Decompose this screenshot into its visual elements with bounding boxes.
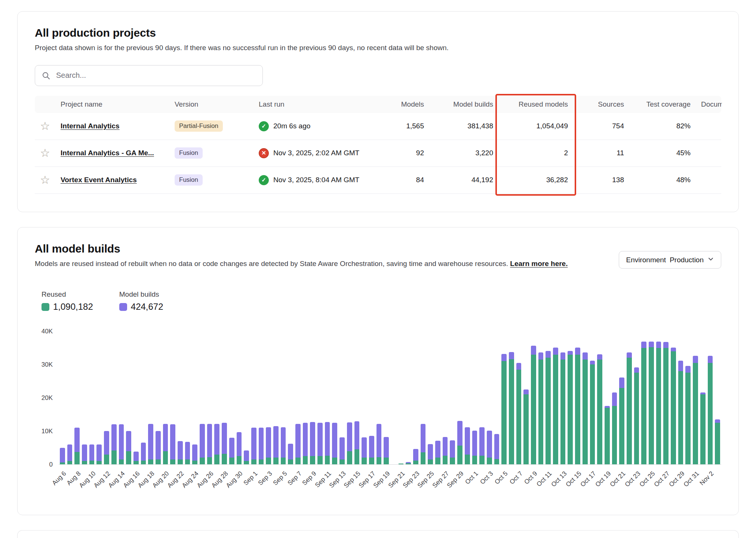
- bar-oct-5[interactable]: [501, 354, 507, 464]
- bar-sep-13[interactable]: [339, 437, 345, 464]
- bar-aug-17[interactable]: [141, 443, 146, 464]
- bar-sep-4[interactable]: [273, 426, 279, 464]
- bar-sep-21[interactable]: [399, 464, 404, 465]
- bar-sep-14[interactable]: [347, 422, 352, 464]
- bar-oct-15[interactable]: [575, 348, 580, 464]
- bar-sep-3[interactable]: [266, 427, 271, 465]
- bar-oct-12[interactable]: [553, 348, 558, 464]
- bar-sep-26[interactable]: [435, 441, 440, 464]
- bar-aug-16[interactable]: [133, 452, 139, 464]
- bar-sep-1[interactable]: [251, 428, 256, 464]
- bar-oct-29[interactable]: [678, 361, 683, 464]
- bar-aug-11[interactable]: [96, 444, 102, 464]
- bar-sep-8[interactable]: [303, 423, 308, 464]
- bar-sep-25[interactable]: [428, 444, 433, 464]
- bar-sep-29[interactable]: [457, 421, 462, 465]
- bar-oct-4[interactable]: [494, 434, 500, 464]
- bar-sep-16[interactable]: [362, 437, 367, 464]
- project-name-link[interactable]: Vortex Event Analytics: [61, 176, 137, 184]
- bar-aug-6[interactable]: [60, 448, 65, 464]
- bar-sep-12[interactable]: [332, 423, 337, 464]
- bar-oct-19[interactable]: [605, 406, 610, 465]
- bar-aug-10[interactable]: [89, 444, 95, 464]
- bar-oct-2[interactable]: [479, 427, 485, 465]
- bar-oct-1[interactable]: [472, 431, 477, 465]
- bar-oct-3[interactable]: [487, 431, 492, 464]
- bar-aug-27[interactable]: [214, 424, 219, 465]
- bar-sep-24[interactable]: [421, 424, 426, 465]
- bar-oct-8[interactable]: [523, 389, 529, 464]
- bar-aug-21[interactable]: [170, 424, 175, 464]
- environment-select[interactable]: Environment Production: [619, 251, 721, 269]
- bar-aug-18[interactable]: [148, 424, 153, 464]
- bar-aug-13[interactable]: [111, 424, 117, 464]
- bar-aug-7[interactable]: [67, 444, 73, 464]
- bar-aug-29[interactable]: [229, 438, 234, 464]
- bar-aug-24[interactable]: [192, 444, 197, 464]
- bar-oct-26[interactable]: [656, 342, 661, 464]
- bar-aug-31[interactable]: [244, 450, 249, 464]
- bar-oct-16[interactable]: [583, 352, 588, 464]
- bar-oct-28[interactable]: [671, 348, 676, 464]
- bar-oct-23[interactable]: [634, 367, 639, 464]
- bar-sep-19[interactable]: [384, 437, 389, 464]
- learn-more-link[interactable]: Learn more here.: [510, 260, 568, 268]
- bar-sep-10[interactable]: [317, 423, 323, 464]
- bar-sep-5[interactable]: [281, 427, 286, 465]
- bar-oct-7[interactable]: [516, 363, 522, 464]
- favorite-star-icon[interactable]: ☆: [40, 147, 50, 159]
- bar-oct-31[interactable]: [693, 356, 698, 464]
- bar-sep-30[interactable]: [465, 427, 470, 464]
- bar-sep-18[interactable]: [377, 424, 382, 465]
- bar-sep-22[interactable]: [406, 462, 411, 464]
- bar-oct-9[interactable]: [531, 346, 536, 464]
- bar-sep-27[interactable]: [443, 437, 448, 464]
- bar-oct-22[interactable]: [627, 352, 632, 464]
- bar-sep-23[interactable]: [413, 449, 418, 464]
- bar-sep-28[interactable]: [450, 440, 455, 464]
- bar-oct-30[interactable]: [685, 366, 691, 464]
- bar-aug-22[interactable]: [178, 441, 183, 464]
- bar-nov-1[interactable]: [700, 392, 706, 464]
- bar-oct-6[interactable]: [509, 352, 514, 464]
- favorite-star-icon[interactable]: ☆: [40, 174, 50, 186]
- search-input[interactable]: [35, 65, 263, 86]
- bar-oct-11[interactable]: [546, 351, 551, 464]
- bar-oct-10[interactable]: [538, 352, 544, 464]
- bar-aug-9[interactable]: [82, 444, 87, 464]
- bar-oct-13[interactable]: [560, 352, 566, 464]
- bar-oct-14[interactable]: [568, 351, 573, 464]
- bar-aug-19[interactable]: [156, 431, 161, 464]
- x-tick-label: Oct 13: [550, 470, 568, 489]
- bar-aug-12[interactable]: [104, 431, 109, 464]
- bar-oct-20[interactable]: [612, 392, 617, 464]
- bar-aug-23[interactable]: [185, 442, 190, 464]
- project-name-link[interactable]: Internal Analytics: [61, 122, 120, 130]
- bar-aug-26[interactable]: [207, 424, 212, 465]
- project-name-link[interactable]: Internal Analytics - GA Me...: [61, 149, 154, 157]
- bar-oct-24[interactable]: [641, 342, 646, 464]
- bar-oct-17[interactable]: [590, 361, 595, 464]
- bar-aug-30[interactable]: [237, 432, 242, 464]
- bar-oct-18[interactable]: [597, 354, 602, 464]
- bar-sep-6[interactable]: [288, 444, 293, 464]
- bar-aug-15[interactable]: [126, 431, 131, 464]
- bar-oct-21[interactable]: [619, 377, 624, 464]
- search-box[interactable]: [35, 65, 263, 86]
- favorite-star-icon[interactable]: ☆: [40, 120, 50, 132]
- bar-nov-2[interactable]: [708, 356, 713, 464]
- bar-sep-9[interactable]: [310, 422, 315, 464]
- bar-nov-3[interactable]: [715, 419, 720, 464]
- bar-sep-15[interactable]: [354, 421, 360, 465]
- bar-aug-20[interactable]: [163, 424, 168, 465]
- bar-sep-7[interactable]: [295, 424, 301, 465]
- bar-oct-25[interactable]: [649, 342, 654, 464]
- bar-sep-17[interactable]: [369, 436, 374, 464]
- bar-sep-11[interactable]: [325, 422, 330, 464]
- bar-oct-27[interactable]: [663, 342, 669, 465]
- bar-sep-2[interactable]: [259, 428, 264, 465]
- bar-aug-28[interactable]: [222, 423, 227, 464]
- bar-aug-8[interactable]: [74, 428, 80, 464]
- bar-aug-25[interactable]: [200, 424, 205, 465]
- bar-aug-14[interactable]: [119, 424, 124, 464]
